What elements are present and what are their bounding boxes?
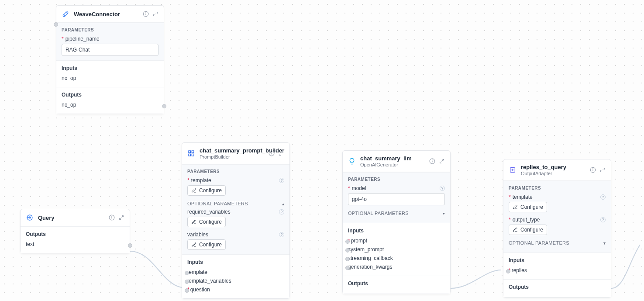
input-port[interactable] — [506, 269, 510, 273]
input-port[interactable] — [185, 288, 189, 293]
help-icon[interactable]: ? — [279, 209, 284, 215]
configure-button[interactable]: Configure — [509, 225, 547, 235]
info-icon[interactable] — [590, 167, 596, 173]
param-output-type: *output_type ? Configure — [509, 217, 606, 235]
svg-rect-8 — [192, 151, 194, 153]
param-label-text: pipeline_name — [65, 36, 100, 42]
input-item: generation_kwargs — [348, 263, 445, 271]
configure-label: Configure — [199, 187, 222, 194]
expand-icon[interactable] — [439, 158, 445, 164]
svg-point-20 — [593, 169, 593, 169]
svg-rect-10 — [192, 154, 194, 156]
parameters-section: PARAMETERS *model ? OPTIONAL PARAMETERS … — [343, 172, 450, 223]
help-icon[interactable]: ? — [440, 186, 445, 191]
inputs-title: Inputs — [348, 228, 445, 234]
outputs-section: Outputs — [503, 279, 611, 297]
param-label-text: required_variables — [187, 209, 231, 215]
node-weave-connector[interactable]: WeaveConnector PARAMETERS *pipeline_name… — [56, 5, 164, 114]
input-port[interactable] — [185, 271, 189, 275]
node-header-controls — [429, 158, 445, 164]
param-label-text: output_type — [513, 217, 540, 223]
param-label: *template ? — [509, 194, 606, 200]
node-output-adapter[interactable]: replies_to_query OutputAdapter PARAMETER… — [503, 159, 611, 298]
input-item: system_prompt — [348, 245, 445, 254]
configure-label: Configure — [520, 227, 543, 233]
node-title: chat_summary_prompt_builder — [200, 147, 269, 154]
inputs-section: Inputs replies — [503, 253, 611, 279]
info-icon[interactable] — [429, 158, 435, 164]
input-port[interactable] — [345, 266, 350, 270]
parameters-section: PARAMETERS *template ? Configure OPTIONA… — [182, 164, 289, 254]
configure-button[interactable]: Configure — [509, 202, 547, 212]
info-icon[interactable] — [109, 215, 115, 221]
input-item: no_op — [62, 74, 158, 83]
help-icon[interactable]: ? — [279, 178, 284, 183]
input-port[interactable] — [345, 257, 350, 261]
param-label: *pipeline_name — [62, 36, 158, 42]
node-header: Query — [21, 209, 130, 226]
param-label-text: variables — [187, 232, 208, 238]
outputs-section: Outputs — [343, 276, 450, 294]
help-icon[interactable]: ? — [600, 194, 606, 200]
node-header-controls — [269, 150, 284, 156]
section-title-parameters: PARAMETERS — [187, 169, 284, 174]
expand-icon[interactable] — [278, 150, 284, 156]
node-header-controls — [109, 215, 124, 221]
outputs-title: Outputs — [26, 231, 124, 237]
model-input[interactable] — [348, 193, 445, 205]
configure-button[interactable]: Configure — [187, 217, 226, 227]
outputs-title: Outputs — [348, 280, 445, 287]
pipeline-name-input[interactable] — [62, 44, 158, 56]
node-subtitle: OpenAIGenerator — [360, 162, 429, 167]
help-icon[interactable]: ? — [600, 217, 606, 222]
output-port[interactable] — [128, 243, 132, 248]
caret-down-icon: ▾ — [603, 241, 606, 246]
node-prompt-builder[interactable]: chat_summary_prompt_builder PromptBuilde… — [182, 142, 290, 299]
node-title: chat_summary_llm — [360, 155, 429, 162]
info-icon[interactable] — [143, 11, 149, 17]
expand-icon[interactable] — [152, 11, 158, 17]
inputs-title: Inputs — [509, 257, 606, 263]
input-port[interactable] — [54, 22, 58, 27]
node-subtitle: OutputAdapter — [521, 171, 590, 176]
node-title: WeaveConnector — [74, 11, 143, 17]
configure-button[interactable]: Configure — [187, 185, 226, 196]
canvas[interactable]: WeaveConnector PARAMETERS *pipeline_name… — [0, 0, 644, 301]
lightbulb-icon — [348, 157, 356, 165]
optional-params-label: OPTIONAL PARAMETERS — [509, 240, 569, 246]
input-item: streaming_callback — [348, 254, 445, 263]
node-header: chat_summary_llm OpenAIGenerator — [343, 151, 450, 172]
info-icon[interactable] — [269, 150, 275, 156]
optional-parameters-toggle[interactable]: OPTIONAL PARAMETERS ▴ — [187, 200, 284, 209]
configure-label: Configure — [199, 242, 222, 248]
node-llm[interactable]: chat_summary_llm OpenAIGenerator PARAMET… — [342, 150, 451, 294]
adapter-icon — [509, 166, 517, 174]
input-item: prompt — [348, 236, 444, 245]
input-port[interactable] — [345, 239, 350, 244]
param-label: *model ? — [348, 185, 445, 191]
svg-point-2 — [146, 13, 146, 13]
configure-button[interactable]: Configure — [187, 239, 226, 250]
output-port[interactable] — [162, 104, 166, 108]
node-header: replies_to_query OutputAdapter — [503, 159, 611, 181]
param-label: variables ? — [187, 232, 284, 238]
outputs-title: Outputs — [62, 92, 158, 98]
help-icon[interactable]: ? — [279, 232, 284, 237]
outputs-section: Outputs text — [21, 226, 130, 253]
output-item: text — [26, 240, 124, 249]
section-title-parameters: PARAMETERS — [348, 177, 445, 182]
input-port[interactable] — [185, 280, 189, 284]
caret-up-icon: ▴ — [282, 201, 284, 206]
node-title: replies_to_query — [521, 164, 590, 170]
optional-parameters-toggle[interactable]: OPTIONAL PARAMETERS ▾ — [348, 210, 445, 218]
optional-parameters-toggle[interactable]: OPTIONAL PARAMETERS ▾ — [509, 239, 606, 248]
node-query[interactable]: Query Outputs text — [20, 209, 130, 253]
expand-icon[interactable] — [599, 167, 606, 173]
inputs-section: Inputs no_op — [56, 60, 164, 87]
node-header-controls — [590, 167, 606, 173]
param-template: *template ? Configure — [187, 177, 284, 196]
input-port[interactable] — [345, 248, 350, 253]
expand-icon[interactable] — [118, 215, 124, 221]
input-icon — [26, 214, 34, 221]
svg-rect-9 — [189, 154, 191, 156]
